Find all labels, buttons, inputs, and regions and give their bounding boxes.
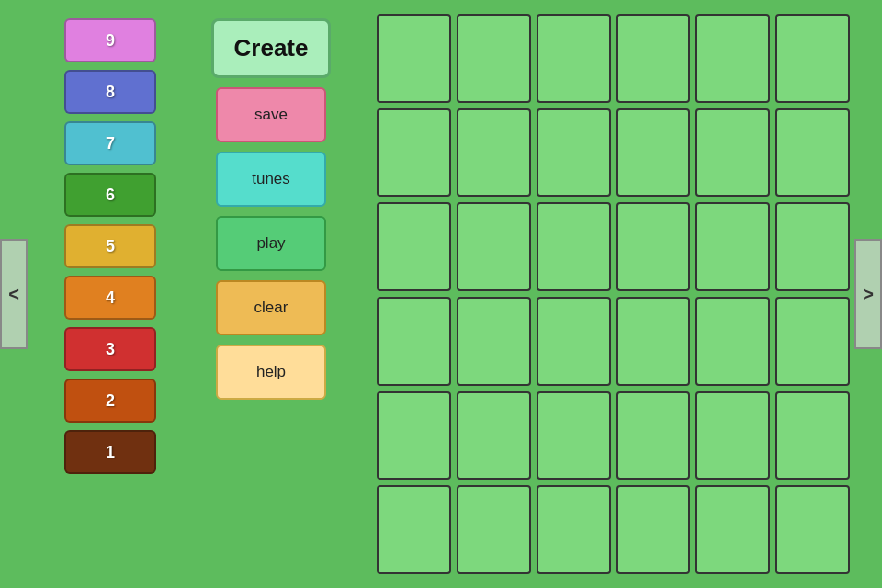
grid-cell[interactable]: [695, 14, 770, 103]
number-column: 987654321: [64, 18, 156, 474]
grid-cell[interactable]: [457, 14, 531, 103]
grid-cell[interactable]: [775, 108, 850, 198]
grid-cell[interactable]: [775, 14, 850, 103]
grid-cell[interactable]: [377, 14, 451, 103]
left-arrow-button[interactable]: <: [0, 239, 28, 349]
action-button-tunes[interactable]: tunes: [216, 152, 326, 207]
grid-cell[interactable]: [457, 202, 531, 291]
grid-cell[interactable]: [377, 297, 451, 386]
number-button-5[interactable]: 5: [64, 224, 156, 268]
grid-cell[interactable]: [695, 108, 770, 198]
grid-cell[interactable]: [616, 108, 691, 198]
grid-cell[interactable]: [616, 297, 691, 386]
grid-cell[interactable]: [695, 485, 770, 574]
grid-cell[interactable]: [695, 297, 770, 386]
grid-cell[interactable]: [377, 108, 451, 198]
grid-cell[interactable]: [537, 485, 611, 574]
grid-cell[interactable]: [775, 202, 850, 291]
action-button-save[interactable]: save: [216, 87, 326, 142]
grid-cell[interactable]: [775, 391, 850, 481]
grid-cell[interactable]: [377, 485, 451, 574]
number-button-6[interactable]: 6: [64, 173, 156, 217]
grid-cell[interactable]: [457, 108, 531, 198]
grid-cell[interactable]: [377, 202, 451, 291]
number-button-2[interactable]: 2: [64, 379, 156, 423]
grid-cell[interactable]: [537, 14, 611, 103]
grid-cell[interactable]: [457, 297, 531, 386]
number-button-8[interactable]: 8: [64, 70, 156, 114]
number-button-4[interactable]: 4: [64, 276, 156, 320]
grid-cell[interactable]: [457, 485, 531, 574]
grid-cell[interactable]: [775, 297, 850, 386]
grid-cell[interactable]: [616, 485, 691, 574]
number-button-3[interactable]: 3: [64, 327, 156, 371]
action-column: Createsavetunesplayclearhelp: [211, 18, 331, 400]
action-button-play[interactable]: play: [216, 216, 326, 271]
grid-cell[interactable]: [695, 391, 770, 481]
grid-cell[interactable]: [537, 297, 611, 386]
grid-cell[interactable]: [377, 391, 451, 481]
grid-cell[interactable]: [775, 485, 850, 574]
grid-cell[interactable]: [695, 202, 770, 291]
grid-cell[interactable]: [616, 391, 691, 481]
grid-cell[interactable]: [537, 202, 611, 291]
grid-area: [377, 14, 850, 574]
grid-cell[interactable]: [616, 202, 691, 291]
grid-cell[interactable]: [537, 391, 611, 481]
number-button-1[interactable]: 1: [64, 430, 156, 474]
number-button-9[interactable]: 9: [64, 18, 156, 62]
action-button-create[interactable]: Create: [211, 18, 331, 78]
action-button-clear[interactable]: clear: [216, 280, 326, 335]
right-arrow-button[interactable]: >: [854, 239, 882, 349]
action-button-help[interactable]: help: [216, 345, 326, 400]
grid-cell[interactable]: [457, 391, 531, 481]
grid-cell[interactable]: [616, 14, 691, 103]
number-button-7[interactable]: 7: [64, 121, 156, 165]
grid-cell[interactable]: [537, 108, 611, 198]
